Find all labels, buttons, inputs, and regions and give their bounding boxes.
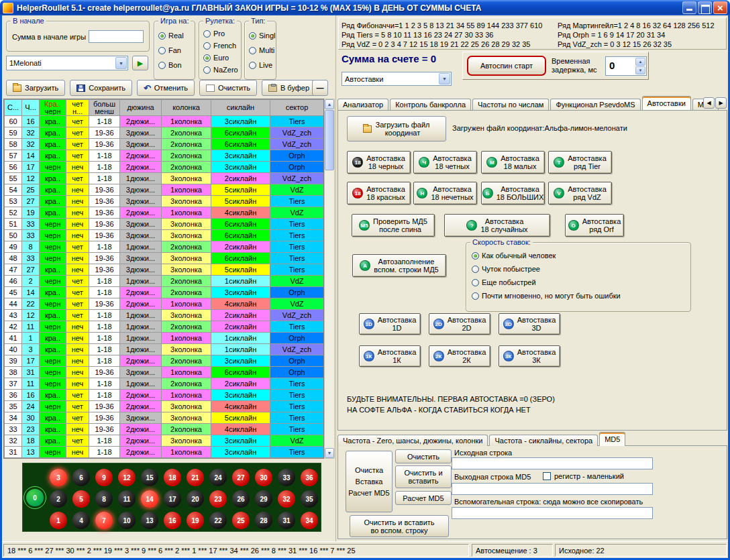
- lowercase-checkbox[interactable]: регистр - маленький: [543, 472, 624, 480]
- board-number-6[interactable]: 6: [72, 469, 90, 486]
- board-number-29[interactable]: 29: [255, 490, 272, 508]
- board-number-20[interactable]: 20: [187, 490, 204, 508]
- table-row[interactable]: 3524чернчет19-362дюжи...3колонка4сиклайн…: [5, 401, 324, 412]
- tab-md5-tool[interactable]: MD5: [599, 432, 625, 446]
- board-number-11[interactable]: 11: [118, 490, 136, 508]
- load-coords-file-button[interactable]: Загрузить файл координат: [347, 116, 446, 142]
- chevron-down-icon[interactable]: ▼: [115, 57, 127, 69]
- table-row[interactable]: 6016кра..чет1-182дюжи...1колонка3сиклайн…: [5, 116, 324, 127]
- table-row[interactable]: 3430кра..чет19-363дюжи...3колонка5сиклай…: [5, 412, 324, 424]
- spins-table[interactable]: С...Ч...Кра..чернчетн...большменшдюжинак…: [4, 99, 324, 458]
- spin-up-icon[interactable]: ▲: [635, 58, 645, 66]
- autobet-18-low-button[interactable]: МАвтоставка18 малых: [481, 151, 545, 174]
- table-row[interactable]: 5832кра..чет19-363дюжи...2колонка6сиклай…: [5, 139, 324, 150]
- table-row[interactable]: 5425кра..неч19-363дюжи...1колонка5сиклай…: [5, 184, 324, 196]
- table-row[interactable]: 3323кра..неч19-362дюжи...2колонка4сиклай…: [5, 424, 324, 435]
- board-number-4[interactable]: 4: [72, 512, 90, 529]
- table-scrollbar[interactable]: ▲ ▼: [324, 99, 335, 459]
- tab-number-frequencies[interactable]: Частоты по числам: [472, 99, 549, 110]
- board-number-8[interactable]: 8: [95, 490, 113, 508]
- table-row[interactable]: 3711черннеч1-181дюжи...2колонка2сиклайнT…: [5, 378, 324, 390]
- game-option-2[interactable]: Fan: [158, 46, 184, 55]
- type-option-3[interactable]: Live: [249, 60, 275, 70]
- undo-button[interactable]: ↶Отменить: [137, 80, 195, 96]
- board-number-1[interactable]: 1: [50, 512, 67, 529]
- autobet-18-odd-button[interactable]: НАвтоставка18 нечетных: [413, 182, 477, 205]
- md5-calc-button[interactable]: Расчет MD5: [395, 491, 452, 505]
- title-bar[interactable]: HelperRoullet 5.1- create helperroullet@…: [0, 0, 730, 15]
- board-number-15[interactable]: 15: [141, 469, 158, 486]
- collapse-button[interactable]: —: [312, 80, 328, 96]
- tab-freq-zero-chances-dozens-columns[interactable]: Частота - Zero, шансы, дюжины, колонки: [337, 435, 488, 446]
- copy-buffer-button[interactable]: В буфер: [262, 80, 316, 96]
- scroll-up-icon[interactable]: ▲: [325, 99, 334, 109]
- table-row[interactable]: 462чернчет1-181дюжи...2колонка1сиклайнVd…: [5, 276, 324, 287]
- speed-option-1[interactable]: Как обычный человек: [472, 251, 621, 260]
- type-option-2[interactable]: Multi: [249, 46, 275, 55]
- board-number-19[interactable]: 19: [187, 512, 204, 529]
- autobet-18-even-button[interactable]: ЧАвтоставка18 четных: [413, 151, 477, 174]
- game-option-3[interactable]: Bon: [158, 60, 184, 70]
- board-number-23[interactable]: 23: [209, 490, 227, 508]
- autobet-18-black-button[interactable]: 18Автоставка18 черных: [347, 151, 411, 174]
- autobet-18-random-button[interactable]: ?Автоставка18 случайных: [444, 214, 550, 237]
- roulette-option-4[interactable]: NaZero: [203, 65, 238, 74]
- autobet-row-orf-button[interactable]: ОАвтоставкаряд Orf: [565, 214, 624, 237]
- close-button[interactable]: [713, 1, 727, 14]
- board-number-28[interactable]: 28: [255, 512, 272, 529]
- autobet-1d-button[interactable]: 1DАвтоставка1D: [359, 313, 421, 335]
- speed-option-2[interactable]: Чуток побыстрее: [472, 264, 621, 274]
- table-row[interactable]: 3831черннеч19-363дюжи...1колонка6сиклайн…: [5, 367, 324, 378]
- clear-paste-aux-button[interactable]: Очистить и вставить во вспом. строку: [350, 515, 449, 537]
- speed-option-3[interactable]: Еще побыстрей: [472, 278, 621, 287]
- table-row[interactable]: 5932кра..чет19-363дюжи...2колонка6сиклай…: [5, 127, 324, 139]
- tab-bankroll-control[interactable]: Контроль банкролла: [390, 99, 471, 110]
- table-row[interactable]: 5512кра..чет1-181дюжи...3колонка2сиклайн…: [5, 173, 324, 184]
- table-row[interactable]: 498чернчет1-181дюжи...2колонка2сиклайнTi…: [5, 241, 324, 253]
- board-number-22[interactable]: 22: [209, 512, 227, 529]
- table-row[interactable]: 4514кра..чет1-182дюжи...2колонка3сиклайн…: [5, 287, 324, 298]
- board-number-33[interactable]: 33: [278, 469, 295, 486]
- board-number-5[interactable]: 5: [72, 490, 90, 508]
- table-row[interactable]: 5714кра..чет1-182дюжи...2колонка3сиклайн…: [5, 150, 324, 162]
- minimize-button[interactable]: [682, 1, 696, 14]
- board-number-16[interactable]: 16: [164, 512, 181, 529]
- table-row[interactable]: 5617черннеч1-182дюжи...2колонка3сиклайнO…: [5, 162, 324, 173]
- table-row[interactable]: 3113черннеч1-182дюжи...1колонка3сиклайнT…: [5, 447, 324, 458]
- tab-autobets[interactable]: Автоставки: [642, 96, 691, 110]
- chevron-down-icon[interactable]: ▼: [439, 73, 450, 85]
- md5-clear-and-paste-button[interactable]: Очистить и вставить: [395, 465, 452, 488]
- source-string-input[interactable]: [452, 457, 653, 469]
- autobet-18-red-button[interactable]: 18Автоставка18 красных: [347, 182, 411, 205]
- tabs-scroll-right-icon[interactable]: ▶: [715, 97, 727, 109]
- maximize-button[interactable]: [698, 1, 712, 14]
- clear-button[interactable]: Очистить: [199, 80, 257, 96]
- board-number-30[interactable]: 30: [255, 469, 272, 486]
- autofill-md5-aux-button[interactable]: ААвтозаполнениевспом. строки МД5: [352, 254, 446, 277]
- autobet-2k-button[interactable]: 2КАвтоставка2К: [429, 345, 490, 367]
- board-number-36[interactable]: 36: [301, 469, 318, 486]
- autobet-3d-button[interactable]: 3DАвтоставка3D: [499, 313, 560, 335]
- output-string-input[interactable]: [452, 483, 653, 495]
- table-row[interactable]: 3218кра..чет1-182дюжи...3колонка3сиклайн…: [5, 435, 324, 447]
- autobet-2d-button[interactable]: 2DАвтоставка2D: [429, 313, 490, 335]
- board-number-27[interactable]: 27: [232, 469, 250, 486]
- tab-freq-sixlines-sectors[interactable]: Частота - сиклайны, сектора: [489, 435, 598, 446]
- delay-spinner[interactable]: 0 ▲ ▼: [605, 56, 647, 76]
- table-row[interactable]: 5327кра..неч19-363дюжи...3колонка5сиклай…: [5, 196, 324, 207]
- autobet-18-high-button[interactable]: БАвтоставка18 БОЛЬШИХ: [481, 182, 545, 205]
- autobet-1k-button[interactable]: 1КАвтоставка1К: [359, 345, 421, 367]
- autospin-start-button[interactable]: Автоспин старт: [467, 56, 546, 76]
- board-number-3[interactable]: 3: [50, 469, 67, 486]
- tab-analyzer[interactable]: Анализатор: [337, 99, 388, 110]
- roulette-option-1[interactable]: Pro: [203, 29, 238, 38]
- board-number-26[interactable]: 26: [232, 490, 250, 508]
- board-number-35[interactable]: 35: [301, 490, 318, 508]
- table-row[interactable]: 3616кра..чет1-182дюжи...1колонка3сиклайн…: [5, 390, 324, 401]
- tab-psevdoms-functional[interactable]: Функционал PsevdoMS: [550, 99, 640, 110]
- board-number-7[interactable]: 7: [95, 512, 113, 529]
- scroll-down-icon[interactable]: ▼: [325, 448, 334, 458]
- table-row[interactable]: 403кра..неч1-181дюжи...3колонка1сиклайнV…: [5, 344, 324, 355]
- table-row[interactable]: 4833черннеч19-363дюжи...3колонка6сиклайн…: [5, 253, 324, 264]
- table-row[interactable]: 4422чернчет19-362дюжи...1колонка4сиклайн…: [5, 298, 324, 310]
